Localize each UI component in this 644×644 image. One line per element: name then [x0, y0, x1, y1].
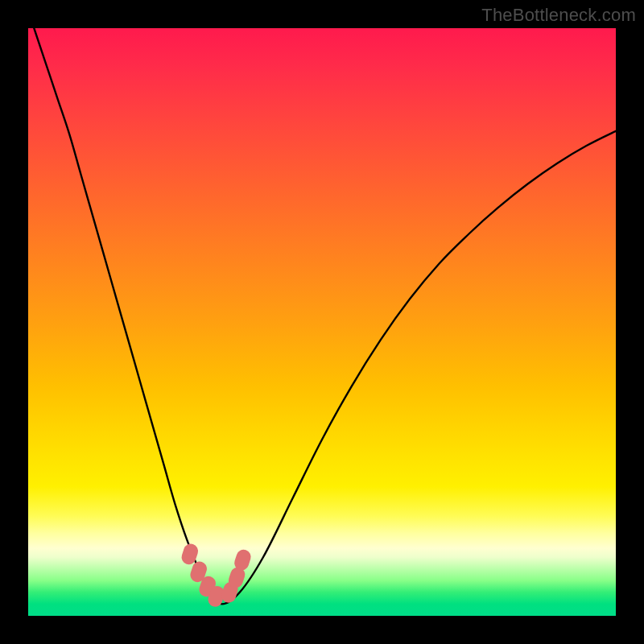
plot-area — [28, 28, 616, 616]
watermark-text: TheBottleneck.com — [481, 5, 636, 26]
curve-markers — [180, 542, 253, 609]
chart-frame: TheBottleneck.com — [0, 0, 644, 644]
curve-layer — [28, 28, 616, 616]
bottleneck-curve — [34, 28, 616, 604]
